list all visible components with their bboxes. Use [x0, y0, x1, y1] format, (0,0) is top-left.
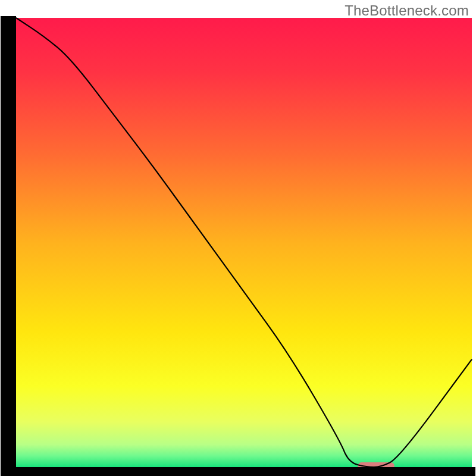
plot-background — [16, 18, 472, 467]
bottleneck-chart — [0, 0, 476, 476]
y-axis — [1, 16, 16, 476]
watermark-text: TheBottleneck.com — [345, 2, 469, 19]
chart-container: TheBottleneck.com — [0, 0, 476, 476]
x-axis — [1, 467, 475, 476]
